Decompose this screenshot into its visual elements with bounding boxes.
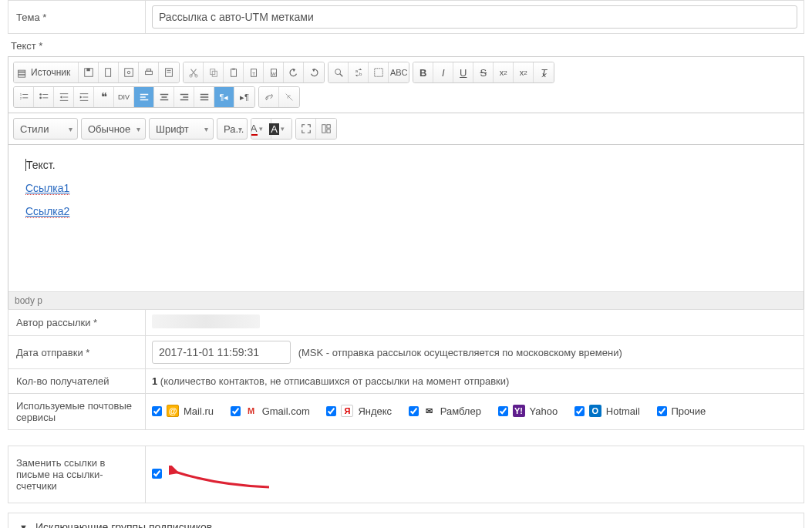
align-right-icon[interactable] bbox=[174, 87, 194, 107]
svg-rect-54 bbox=[327, 129, 330, 133]
maximize-icon[interactable] bbox=[296, 119, 316, 139]
paste-text-icon[interactable]: T bbox=[244, 62, 264, 82]
format-select[interactable]: Обычное bbox=[81, 118, 146, 140]
annotation-arrow-icon bbox=[169, 466, 277, 496]
service-hotmail[interactable]: OHotmail bbox=[574, 405, 640, 417]
service-yahoo[interactable]: Y!Yahoo bbox=[498, 405, 558, 417]
svg-point-29 bbox=[39, 93, 42, 96]
service-mailru[interactable]: @Mail.ru bbox=[152, 405, 214, 417]
paste-word-icon[interactable]: W bbox=[264, 62, 284, 82]
theme-label: Тема * bbox=[8, 1, 146, 34]
author-value bbox=[152, 314, 260, 328]
yandex-icon: Я bbox=[341, 405, 353, 417]
service-other[interactable]: Прочие bbox=[657, 405, 706, 417]
excluding-groups-section[interactable]: ▼ Исключающие группы подписчиков bbox=[8, 513, 804, 528]
svg-rect-2 bbox=[105, 69, 110, 77]
align-left-icon[interactable] bbox=[134, 87, 154, 107]
bold-icon[interactable]: B bbox=[413, 62, 433, 82]
align-center-icon[interactable] bbox=[154, 87, 174, 107]
removeformat-icon[interactable]: T✕ bbox=[534, 62, 554, 82]
source-button[interactable]: ▤ Источник bbox=[14, 62, 79, 82]
hotmail-icon: O bbox=[589, 405, 601, 417]
italic-icon[interactable]: I bbox=[433, 62, 453, 82]
replace-links-checkbox[interactable] bbox=[152, 469, 162, 479]
svg-text:a: a bbox=[355, 68, 358, 73]
svg-rect-13 bbox=[212, 71, 217, 76]
svg-rect-15 bbox=[232, 69, 235, 70]
svg-line-21 bbox=[339, 74, 342, 77]
undo-icon[interactable] bbox=[284, 62, 304, 82]
underline-icon[interactable]: U bbox=[453, 62, 473, 82]
service-yandex[interactable]: ЯЯндекс bbox=[326, 405, 392, 417]
svg-rect-16 bbox=[251, 69, 256, 77]
svg-rect-52 bbox=[322, 125, 325, 133]
svg-text:W: W bbox=[271, 71, 276, 76]
numlist-icon[interactable]: 12 bbox=[14, 87, 34, 107]
svg-point-4 bbox=[127, 71, 130, 74]
svg-point-20 bbox=[335, 69, 340, 75]
yahoo-icon: Y! bbox=[513, 405, 525, 417]
svg-rect-24 bbox=[374, 69, 382, 77]
svg-rect-3 bbox=[124, 69, 133, 77]
svg-rect-14 bbox=[231, 69, 236, 77]
selectall-icon[interactable] bbox=[369, 62, 389, 82]
text-label: Текст * bbox=[8, 34, 804, 56]
superscript-icon[interactable]: x2 bbox=[514, 62, 534, 82]
service-rambler[interactable]: ✉Рамблер bbox=[409, 405, 481, 417]
bidi-ltr-icon[interactable]: ¶◂ bbox=[214, 87, 234, 107]
gmail-icon: M bbox=[245, 405, 258, 417]
align-justify-icon[interactable] bbox=[194, 87, 214, 107]
svg-text:1: 1 bbox=[19, 92, 22, 96]
styles-select[interactable]: Стили bbox=[13, 118, 78, 140]
svg-point-11 bbox=[194, 75, 197, 78]
svg-rect-5 bbox=[145, 71, 152, 74]
send-date-input[interactable] bbox=[152, 341, 291, 364]
svg-text:2: 2 bbox=[19, 96, 22, 100]
paste-icon[interactable] bbox=[224, 62, 244, 82]
font-select[interactable]: Шрифт bbox=[149, 118, 214, 140]
bg-color-icon[interactable]: A▾ bbox=[271, 119, 291, 139]
service-gmail[interactable]: MGmail.com bbox=[231, 405, 310, 417]
showblocks-icon[interactable] bbox=[316, 119, 336, 139]
indent-icon[interactable] bbox=[74, 87, 94, 107]
editor-link1[interactable]: Ссылка1 bbox=[25, 182, 69, 195]
subscript-icon[interactable]: x2 bbox=[494, 62, 514, 82]
find-icon[interactable] bbox=[329, 62, 349, 82]
print-icon[interactable] bbox=[139, 62, 159, 82]
editor-area[interactable]: Текст. Ссылка1 Ссылка2 bbox=[8, 145, 804, 291]
svg-text:T: T bbox=[252, 71, 255, 76]
save-icon[interactable] bbox=[79, 62, 99, 82]
editor-toolbar-row1: ▤ Источник T W ab ABC B I U S x2 x2 T✕ 1… bbox=[8, 57, 804, 113]
redo-icon[interactable] bbox=[304, 62, 324, 82]
source-icon: ▤ bbox=[17, 67, 26, 79]
preview-icon[interactable] bbox=[119, 62, 139, 82]
size-select[interactable]: Ра... bbox=[217, 118, 248, 140]
send-date-label: Дата отправки * bbox=[8, 336, 146, 369]
templates-icon[interactable] bbox=[159, 62, 179, 82]
chevron-down-icon: ▼ bbox=[19, 523, 28, 528]
link-icon[interactable] bbox=[259, 87, 279, 107]
svg-point-10 bbox=[189, 75, 192, 78]
svg-rect-0 bbox=[84, 69, 93, 77]
copy-icon[interactable] bbox=[204, 62, 224, 82]
bulllist-icon[interactable] bbox=[34, 87, 54, 107]
editor-link2[interactable]: Ссылка2 bbox=[25, 205, 69, 218]
div-icon[interactable]: DIV bbox=[114, 87, 134, 107]
bidi-rtl-icon[interactable]: ▸¶ bbox=[234, 87, 254, 107]
spellcheck-icon[interactable]: ABC bbox=[389, 62, 409, 82]
strike-icon[interactable]: S bbox=[473, 62, 494, 82]
author-label: Автор рассылки * bbox=[8, 310, 146, 336]
svg-rect-53 bbox=[327, 125, 330, 128]
blockquote-icon[interactable]: ❝ bbox=[94, 87, 114, 107]
theme-input[interactable] bbox=[152, 5, 797, 29]
replace-icon[interactable]: ab bbox=[349, 62, 369, 82]
cut-icon[interactable] bbox=[184, 62, 204, 82]
outdent-icon[interactable] bbox=[54, 87, 74, 107]
newpage-icon[interactable] bbox=[99, 62, 119, 82]
text-color-icon[interactable]: A▾ bbox=[251, 119, 271, 139]
unlink-icon[interactable] bbox=[279, 87, 299, 107]
editor-path: body p bbox=[8, 291, 804, 309]
svg-rect-7 bbox=[166, 69, 173, 77]
svg-text:b: b bbox=[359, 71, 362, 76]
svg-rect-12 bbox=[210, 69, 214, 75]
